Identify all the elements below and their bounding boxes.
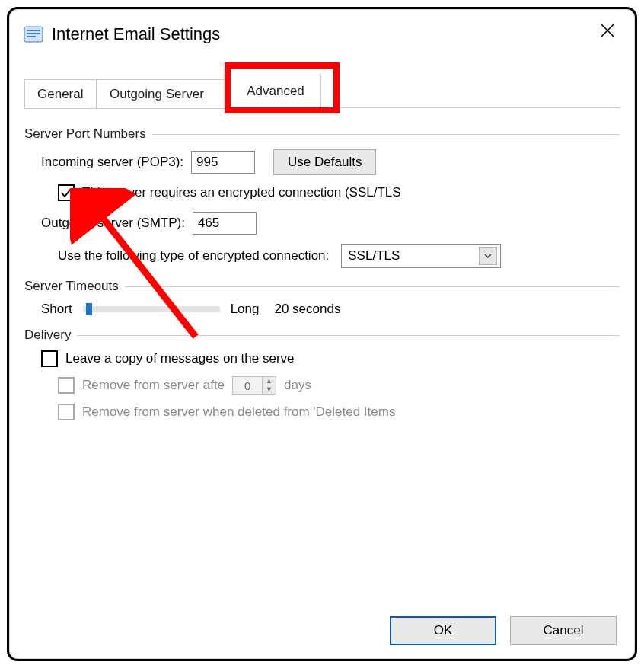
- incoming-server-label: Incoming server (POP3):: [41, 155, 183, 170]
- group-delivery: Delivery Leave a copy of messages on the…: [24, 328, 620, 420]
- leave-copy-checkbox[interactable]: [41, 350, 58, 367]
- group-title-delivery: Delivery: [24, 328, 71, 343]
- use-defaults-button[interactable]: Use Defaults: [273, 149, 376, 175]
- slider-thumb[interactable]: [86, 303, 92, 315]
- timeout-value: 20 seconds: [274, 302, 340, 317]
- remove-after-days-unit: days: [284, 378, 311, 393]
- app-icon: [23, 24, 44, 45]
- ssl-checkbox-label: This server requires an encrypted connec…: [82, 185, 401, 200]
- outgoing-server-label: Outgoing server (SMTP):: [41, 216, 185, 231]
- remove-after-days-input: [232, 376, 263, 395]
- remove-after-label: Remove from server afte: [82, 378, 225, 393]
- outgoing-port-input[interactable]: [193, 212, 257, 235]
- group-title-server-ports: Server Port Numbers: [24, 126, 146, 142]
- tab-strip: General Outgoing Server Advanced: [24, 75, 620, 108]
- spinner-buttons: ▲ ▼: [263, 376, 276, 395]
- timeout-long-label: Long: [231, 302, 260, 317]
- tab-general[interactable]: General: [24, 79, 97, 109]
- divider: [152, 134, 620, 135]
- tab-advanced[interactable]: Advanced: [230, 75, 321, 108]
- close-button[interactable]: [597, 20, 618, 41]
- cancel-button[interactable]: Cancel: [510, 616, 617, 645]
- timeout-short-label: Short: [41, 302, 72, 317]
- svg-rect-1: [27, 30, 40, 31]
- remove-after-checkbox: [58, 377, 75, 394]
- remove-after-days-spinner: ▲ ▼: [232, 376, 276, 395]
- group-title-timeouts: Server Timeouts: [24, 279, 119, 294]
- group-server-port-numbers: Server Port Numbers Incoming server (POP…: [24, 126, 620, 268]
- encryption-type-label: Use the following type of encrypted conn…: [58, 248, 329, 264]
- svg-rect-2: [27, 33, 40, 34]
- leave-copy-label: Leave a copy of messages on the serve: [65, 351, 295, 366]
- window-title: Internet Email Settings: [52, 24, 220, 44]
- svg-rect-3: [27, 36, 36, 37]
- incoming-port-input[interactable]: [191, 151, 255, 174]
- encryption-type-value: SSL/TLS: [348, 248, 479, 264]
- remove-deleted-label: Remove from server when deleted from 'De…: [82, 404, 395, 420]
- timeout-slider[interactable]: [83, 306, 220, 312]
- spinner-down-icon: ▼: [263, 385, 276, 394]
- tab-content-advanced: Server Port Numbers Incoming server (POP…: [9, 108, 635, 420]
- divider: [125, 286, 620, 287]
- title-bar: Internet Email Settings: [9, 9, 635, 49]
- chevron-down-icon: [479, 247, 497, 265]
- encryption-type-select[interactable]: SSL/TLS: [341, 244, 501, 268]
- close-icon: [600, 23, 615, 38]
- dialog-window: Internet Email Settings General Outgoing…: [7, 7, 637, 661]
- divider: [77, 335, 620, 336]
- ok-button[interactable]: OK: [390, 616, 496, 645]
- spinner-up-icon: ▲: [263, 377, 276, 385]
- remove-deleted-checkbox: [58, 404, 75, 420]
- tab-outgoing[interactable]: Outgoing Server: [97, 79, 230, 109]
- group-server-timeouts: Server Timeouts Short Long 20 seconds: [24, 279, 620, 317]
- ssl-checkbox[interactable]: [58, 184, 75, 201]
- dialog-button-bar: OK Cancel: [390, 616, 617, 645]
